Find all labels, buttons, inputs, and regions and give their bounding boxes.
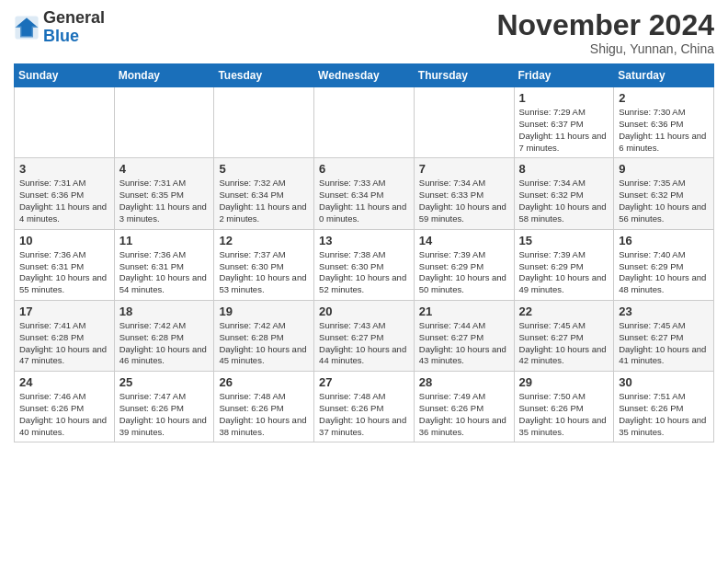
calendar-cell: 20Sunrise: 7:43 AMSunset: 6:27 PMDayligh… — [314, 300, 415, 371]
month-title: November 2024 — [496, 9, 714, 41]
day-info: Sunrise: 7:31 AMSunset: 6:36 PMDaylight:… — [19, 178, 109, 224]
day-number: 19 — [219, 304, 309, 318]
logo-blue: Blue — [43, 28, 105, 46]
day-info: Sunrise: 7:46 AMSunset: 6:26 PMDaylight:… — [19, 391, 109, 438]
day-info: Sunrise: 7:34 AMSunset: 6:33 PMDaylight:… — [419, 178, 509, 224]
calendar-cell — [314, 87, 415, 158]
day-info: Sunrise: 7:30 AMSunset: 6:36 PMDaylight:… — [619, 107, 709, 154]
day-number: 27 — [319, 375, 409, 389]
day-number: 16 — [619, 234, 709, 247]
day-number: 11 — [119, 234, 210, 247]
week-row-1: 3Sunrise: 7:31 AMSunset: 6:36 PMDaylight… — [15, 158, 714, 229]
day-number: 3 — [19, 162, 109, 176]
day-info: Sunrise: 7:41 AMSunset: 6:28 PMDaylight:… — [19, 320, 109, 367]
calendar-cell — [114, 87, 214, 158]
day-number: 28 — [419, 375, 509, 389]
header-thursday: Thursday — [414, 64, 514, 87]
day-info: Sunrise: 7:39 AMSunset: 6:29 PMDaylight:… — [419, 249, 509, 296]
calendar-cell — [414, 87, 514, 158]
day-info: Sunrise: 7:49 AMSunset: 6:26 PMDaylight:… — [419, 391, 509, 438]
week-row-4: 24Sunrise: 7:46 AMSunset: 6:26 PMDayligh… — [15, 372, 714, 442]
day-info: Sunrise: 7:48 AMSunset: 6:26 PMDaylight:… — [319, 391, 409, 438]
calendar-cell: 18Sunrise: 7:42 AMSunset: 6:28 PMDayligh… — [114, 300, 214, 371]
day-info: Sunrise: 7:34 AMSunset: 6:32 PMDaylight:… — [519, 178, 609, 224]
calendar-cell: 12Sunrise: 7:37 AMSunset: 6:30 PMDayligh… — [214, 229, 314, 300]
day-info: Sunrise: 7:32 AMSunset: 6:34 PMDaylight:… — [219, 178, 309, 224]
calendar-cell: 4Sunrise: 7:31 AMSunset: 6:35 PMDaylight… — [114, 158, 214, 229]
calendar-cell: 28Sunrise: 7:49 AMSunset: 6:26 PMDayligh… — [414, 372, 514, 442]
calendar-cell: 16Sunrise: 7:40 AMSunset: 6:29 PMDayligh… — [614, 229, 714, 300]
page: General Blue November 2024 Shigu, Yunnan… — [0, 0, 728, 452]
calendar-cell: 1Sunrise: 7:29 AMSunset: 6:37 PMDaylight… — [514, 87, 614, 158]
week-row-3: 17Sunrise: 7:41 AMSunset: 6:28 PMDayligh… — [15, 300, 714, 371]
logo-text: General Blue — [43, 9, 105, 46]
day-number: 4 — [119, 162, 210, 176]
day-number: 21 — [419, 304, 509, 318]
day-info: Sunrise: 7:42 AMSunset: 6:28 PMDaylight:… — [119, 320, 210, 367]
calendar-cell: 11Sunrise: 7:36 AMSunset: 6:31 PMDayligh… — [114, 229, 214, 300]
location: Shigu, Yunnan, China — [496, 41, 714, 56]
calendar-cell — [214, 87, 314, 158]
calendar-cell: 23Sunrise: 7:45 AMSunset: 6:27 PMDayligh… — [614, 300, 714, 371]
day-number: 23 — [619, 304, 709, 318]
logo: General Blue — [14, 9, 105, 46]
day-number: 17 — [19, 304, 109, 318]
calendar-cell: 14Sunrise: 7:39 AMSunset: 6:29 PMDayligh… — [414, 229, 514, 300]
calendar-cell: 6Sunrise: 7:33 AMSunset: 6:34 PMDaylight… — [314, 158, 415, 229]
day-number: 1 — [519, 91, 609, 105]
day-info: Sunrise: 7:36 AMSunset: 6:31 PMDaylight:… — [19, 249, 109, 296]
day-number: 10 — [19, 234, 109, 247]
calendar-cell: 22Sunrise: 7:45 AMSunset: 6:27 PMDayligh… — [514, 300, 614, 371]
day-info: Sunrise: 7:47 AMSunset: 6:26 PMDaylight:… — [119, 391, 210, 438]
calendar-cell: 24Sunrise: 7:46 AMSunset: 6:26 PMDayligh… — [15, 372, 115, 442]
header-saturday: Saturday — [614, 64, 714, 87]
calendar-cell: 21Sunrise: 7:44 AMSunset: 6:27 PMDayligh… — [414, 300, 514, 371]
logo-icon — [14, 15, 40, 40]
calendar-cell: 19Sunrise: 7:42 AMSunset: 6:28 PMDayligh… — [214, 300, 314, 371]
header-friday: Friday — [514, 64, 614, 87]
week-row-0: 1Sunrise: 7:29 AMSunset: 6:37 PMDaylight… — [15, 87, 714, 158]
header-sunday: Sunday — [15, 64, 115, 87]
weekday-header-row: Sunday Monday Tuesday Wednesday Thursday… — [15, 64, 714, 87]
day-number: 7 — [419, 162, 509, 176]
calendar-cell: 26Sunrise: 7:48 AMSunset: 6:26 PMDayligh… — [214, 372, 314, 442]
calendar-cell: 25Sunrise: 7:47 AMSunset: 6:26 PMDayligh… — [114, 372, 214, 442]
day-info: Sunrise: 7:33 AMSunset: 6:34 PMDaylight:… — [319, 178, 409, 224]
day-number: 5 — [219, 162, 309, 176]
day-number: 9 — [619, 162, 709, 176]
title-block: November 2024 Shigu, Yunnan, China — [496, 9, 714, 56]
header-wednesday: Wednesday — [314, 64, 415, 87]
calendar-cell: 17Sunrise: 7:41 AMSunset: 6:28 PMDayligh… — [15, 300, 115, 371]
day-info: Sunrise: 7:51 AMSunset: 6:26 PMDaylight:… — [619, 391, 709, 438]
day-number: 13 — [319, 234, 409, 247]
day-number: 12 — [219, 234, 309, 247]
calendar-cell: 27Sunrise: 7:48 AMSunset: 6:26 PMDayligh… — [314, 372, 415, 442]
day-info: Sunrise: 7:35 AMSunset: 6:32 PMDaylight:… — [619, 178, 709, 224]
day-info: Sunrise: 7:45 AMSunset: 6:27 PMDaylight:… — [619, 320, 709, 367]
day-info: Sunrise: 7:39 AMSunset: 6:29 PMDaylight:… — [519, 249, 609, 296]
logo-general: General — [43, 9, 105, 28]
day-number: 14 — [419, 234, 509, 247]
header-monday: Monday — [114, 64, 214, 87]
day-number: 29 — [519, 375, 609, 389]
day-info: Sunrise: 7:48 AMSunset: 6:26 PMDaylight:… — [219, 391, 309, 438]
calendar-cell: 3Sunrise: 7:31 AMSunset: 6:36 PMDaylight… — [15, 158, 115, 229]
calendar-cell: 29Sunrise: 7:50 AMSunset: 6:26 PMDayligh… — [514, 372, 614, 442]
day-info: Sunrise: 7:43 AMSunset: 6:27 PMDaylight:… — [319, 320, 409, 367]
day-info: Sunrise: 7:38 AMSunset: 6:30 PMDaylight:… — [319, 249, 409, 296]
header: General Blue November 2024 Shigu, Yunnan… — [14, 9, 714, 56]
day-number: 8 — [519, 162, 609, 176]
header-tuesday: Tuesday — [214, 64, 314, 87]
day-number: 30 — [619, 375, 709, 389]
week-row-2: 10Sunrise: 7:36 AMSunset: 6:31 PMDayligh… — [15, 229, 714, 300]
day-number: 22 — [519, 304, 609, 318]
calendar: Sunday Monday Tuesday Wednesday Thursday… — [14, 63, 714, 442]
calendar-cell: 9Sunrise: 7:35 AMSunset: 6:32 PMDaylight… — [614, 158, 714, 229]
calendar-cell: 30Sunrise: 7:51 AMSunset: 6:26 PMDayligh… — [614, 372, 714, 442]
day-info: Sunrise: 7:42 AMSunset: 6:28 PMDaylight:… — [219, 320, 309, 367]
day-number: 20 — [319, 304, 409, 318]
calendar-cell: 8Sunrise: 7:34 AMSunset: 6:32 PMDaylight… — [514, 158, 614, 229]
day-info: Sunrise: 7:50 AMSunset: 6:26 PMDaylight:… — [519, 391, 609, 438]
day-info: Sunrise: 7:37 AMSunset: 6:30 PMDaylight:… — [219, 249, 309, 296]
day-info: Sunrise: 7:36 AMSunset: 6:31 PMDaylight:… — [119, 249, 210, 296]
